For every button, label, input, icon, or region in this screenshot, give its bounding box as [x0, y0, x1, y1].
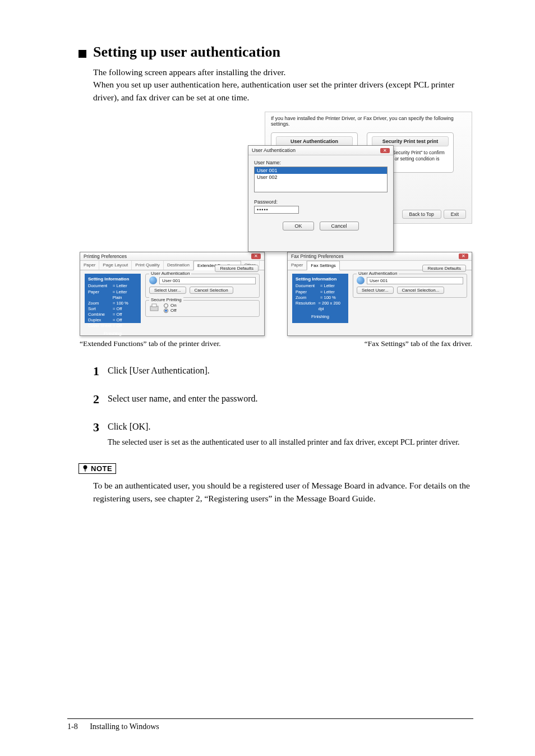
user-auth-dialog: User Authentication ✕ User Name: User 00… [248, 145, 394, 252]
window-title: Printing Preferences [84, 253, 127, 259]
user-auth-group: User Authentication User 001 Select User… [145, 274, 260, 298]
window-title: Fax Printing Preferences [291, 253, 344, 259]
info-val: = Off [113, 317, 122, 323]
close-icon[interactable]: ✕ [251, 253, 261, 259]
step-text: Click [OK]. [108, 422, 150, 431]
exit-button[interactable]: Exit [444, 210, 466, 219]
figure-area: If you have installed the Printer Driver… [80, 112, 472, 336]
step-item: 1 Click [User Authentication]. [93, 364, 473, 377]
avatar-icon [149, 276, 157, 284]
setting-info-header: Setting Information [296, 276, 345, 282]
setting-info-panel: Setting Information Document= Letter Pap… [292, 274, 348, 323]
installer-message: If you have installed the Printer Driver… [271, 116, 466, 127]
step-text: Select user name, and enter the password… [108, 394, 257, 403]
step-number: 3 [93, 420, 108, 448]
printer-preferences-window: Printing Preferences ✕ Paper Page Layout… [80, 252, 265, 336]
info-val: = Off [113, 312, 122, 317]
info-val: = Off [113, 323, 122, 329]
secure-on-radio[interactable]: On [164, 303, 177, 308]
step-item: 3 Click [OK]. The selected user is set a… [93, 420, 473, 448]
tab-print-quality[interactable]: Print Quality [132, 261, 164, 270]
info-val: = Letter [320, 283, 335, 289]
intro-line: When you set up user authentication here… [93, 80, 454, 102]
section-heading: Setting up user authentication [93, 44, 280, 61]
info-key: Cover Sheet [88, 323, 113, 329]
info-val: = Letter [320, 289, 335, 295]
setting-info-panel: Setting Information Document= Letter Pap… [85, 274, 141, 323]
tab-paper[interactable]: Paper [288, 261, 307, 270]
setting-info-header: Setting Information [88, 276, 137, 282]
intro-paragraph: The following screen appears after insta… [93, 66, 473, 104]
password-input[interactable]: ••••• [254, 206, 299, 214]
cancel-button[interactable]: Cancel [320, 222, 359, 231]
heading-bullet [79, 50, 86, 58]
cancel-selection-button[interactable]: Cancel Selection... [397, 287, 445, 294]
secure-off-radio[interactable]: Off [164, 308, 177, 313]
avatar-icon [357, 276, 365, 284]
secure-printing-group: Secure Printing On Off [145, 300, 260, 317]
username-label: User Name: [254, 160, 388, 165]
restore-defaults-button[interactable]: Restore Defaults [422, 265, 466, 272]
info-key: Document [296, 283, 320, 289]
dialog-title: User Authentication [252, 147, 296, 153]
info-key: Paper [88, 289, 113, 301]
info-val: = 100 % [320, 295, 336, 301]
cancel-selection-button[interactable]: Cancel Selection [190, 287, 233, 294]
user-list[interactable]: User 001 User 002 [254, 167, 388, 192]
info-val: = Letter Plain [113, 289, 137, 301]
info-val: = Off [113, 306, 122, 312]
page-footer: 1-8 Installing to Windows [67, 718, 473, 731]
finishing-label: Finishing [296, 314, 345, 319]
info-key: Resolution [296, 301, 319, 312]
step-subtext: The selected user is set as the authenti… [108, 437, 460, 448]
restore-defaults-button[interactable]: Restore Defaults [215, 265, 259, 272]
back-to-top-button[interactable]: Back to Top [402, 210, 441, 219]
note-badge: NOTE [79, 463, 116, 474]
tab-fax-settings[interactable]: Fax Settings [307, 261, 339, 270]
info-key: Zoom [296, 295, 320, 301]
lightbulb-icon [81, 464, 89, 472]
info-val: = 100 % [113, 301, 128, 306]
close-icon[interactable]: ✕ [380, 148, 390, 153]
step-text: Click [User Authentication]. [108, 366, 210, 375]
radio-label: Off [170, 308, 177, 313]
step-item: 2 Select user name, and enter the passwo… [93, 392, 473, 405]
tab-paper[interactable]: Paper [80, 261, 99, 270]
intro-line: The following screen appears after insta… [93, 67, 285, 77]
note-label-text: NOTE [91, 464, 112, 473]
footer-title: Installing to Windows [90, 722, 159, 731]
radio-label: On [170, 303, 177, 308]
finishing-label: Finishing [88, 331, 137, 336]
step-number: 1 [93, 364, 108, 377]
info-val: = Letter [113, 283, 127, 289]
figure-caption-right: “Fax Settings” tab of the fax driver. [365, 339, 472, 348]
printer-icon [149, 303, 159, 313]
select-user-button[interactable]: Select User... [149, 287, 186, 294]
tab-page-layout[interactable]: Page Layout [99, 261, 132, 270]
close-icon[interactable]: ✕ [459, 253, 468, 259]
page-number: 1-8 [67, 722, 78, 731]
user-auth-group: User Authentication User 001 Select User… [353, 274, 467, 298]
info-key: Zoom [88, 301, 113, 306]
info-key: Sort [88, 306, 113, 312]
select-user-button[interactable]: Select User... [357, 287, 394, 294]
info-key: Document [88, 283, 113, 289]
info-key: Paper [296, 289, 320, 295]
info-val: = 200 x 200 dpi [319, 301, 345, 312]
note-text: To be an authenticated user, you should … [93, 479, 473, 505]
group-label: Secure Printing [149, 297, 183, 302]
selected-user: User 001 [367, 277, 463, 284]
info-key: Duplex [88, 317, 113, 323]
figure-caption-left: “Extended Functions” tab of the printer … [80, 339, 221, 348]
user-list-item[interactable]: User 002 [255, 174, 387, 181]
selected-user: User 001 [159, 277, 256, 284]
group-label: User Authentication [357, 271, 399, 276]
tab-destination[interactable]: Destination [164, 261, 193, 270]
user-list-item[interactable]: User 001 [255, 167, 387, 174]
fax-preferences-window: Fax Printing Preferences ✕ Paper Fax Set… [287, 252, 472, 336]
password-label: Password: [254, 199, 388, 205]
group-label: User Authentication [149, 271, 191, 276]
step-number: 2 [93, 392, 108, 405]
svg-rect-1 [152, 304, 156, 307]
ok-button[interactable]: OK [283, 222, 313, 231]
